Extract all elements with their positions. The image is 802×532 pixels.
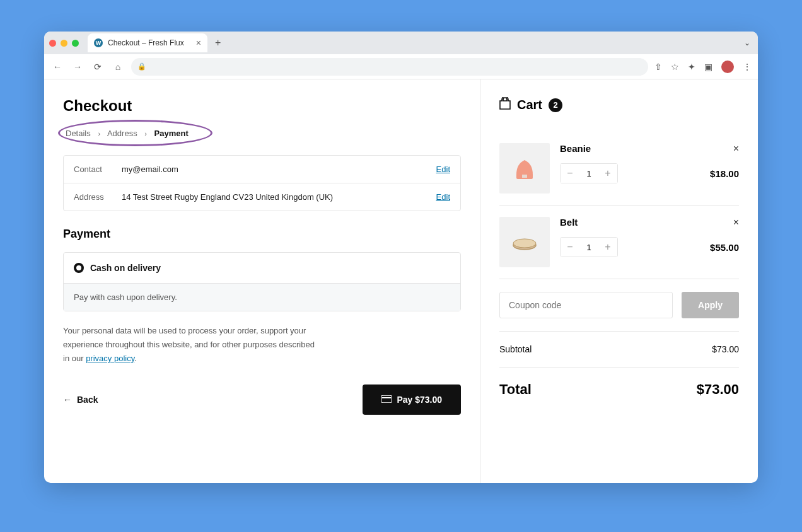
minimize-window-icon[interactable] [61,40,67,47]
coupon-input[interactable] [499,292,673,318]
profile-avatar[interactable] [721,61,734,73]
cart-item: Beanie × − 1 + $18.00 [499,132,739,205]
svg-rect-1 [381,397,392,398]
window-controls [49,40,79,47]
item-name: Beanie [560,143,591,154]
item-price: $18.00 [710,168,739,179]
total-label: Total [499,381,532,398]
address-row: Address 14 Test Street Rugby England CV2… [64,183,460,211]
pay-button[interactable]: Pay $73.00 [363,385,461,415]
increase-qty-button[interactable]: + [598,164,617,183]
checkout-column: Checkout Details › Address › Payment Con… [44,79,480,483]
quantity-stepper: − 1 + [560,237,618,257]
payment-method-name: Cash on delivery [90,263,161,273]
browser-tab[interactable]: W Checkout – Fresh Flux × [88,33,207,52]
qty-value: 1 [579,243,598,252]
remove-item-icon[interactable]: × [733,217,739,228]
home-icon[interactable]: ⌂ [111,62,125,72]
tab-bar: W Checkout – Fresh Flux × + ⌄ [44,32,758,54]
contact-value: my@email.com [122,165,436,174]
cart-count-badge: 2 [549,98,562,112]
arrow-left-icon: ← [63,395,72,405]
cart-column: Cart 2 Beanie × − 1 + [480,79,758,483]
address-label: Address [74,192,122,202]
contact-row: Contact my@email.com Edit [64,156,460,183]
chevron-right-icon: › [144,130,147,137]
breadcrumb: Details › Address › Payment [63,124,207,142]
apply-coupon-button[interactable]: Apply [682,292,739,318]
checkout-actions: ← Back Pay $73.00 [63,385,461,415]
contact-label: Contact [74,165,122,174]
svg-rect-0 [381,395,392,403]
total-row: Total $73.00 [499,367,739,412]
edit-contact-link[interactable]: Edit [436,165,450,174]
breadcrumb-step-details[interactable]: Details [66,129,91,138]
tabs-dropdown-icon[interactable]: ⌄ [744,38,750,47]
order-info-table: Contact my@email.com Edit Address 14 Tes… [63,155,461,211]
svg-point-4 [513,239,536,248]
page-title: Checkout [63,97,461,115]
credit-card-icon [381,395,392,405]
item-name: Belt [560,217,578,228]
menu-icon[interactable]: ⋮ [743,62,752,72]
share-icon[interactable]: ⇧ [654,62,662,72]
extensions-icon[interactable]: ✦ [688,62,695,72]
wordpress-favicon-icon: W [94,38,103,47]
item-price: $55.00 [710,242,739,253]
bookmark-icon[interactable]: ☆ [671,62,679,72]
payment-heading: Payment [63,228,461,241]
shopping-bag-icon [499,97,511,113]
total-value: $73.00 [697,381,739,398]
product-thumbnail [499,143,550,194]
decrease-qty-button[interactable]: − [561,164,579,183]
edit-address-link[interactable]: Edit [436,192,450,202]
lock-icon: 🔒 [137,62,146,71]
subtotal-value: $73.00 [712,344,739,354]
radio-selected-icon[interactable] [74,263,84,273]
cart-item: Belt × − 1 + $55.00 [499,205,739,279]
breadcrumb-step-address[interactable]: Address [107,129,137,138]
cart-title: Cart [517,98,542,112]
browser-toolbar: ← → ⟳ ⌂ 🔒 ⇧ ☆ ✦ ▣ ⋮ [44,54,758,79]
payment-method-description: Pay with cash upon delivery. [64,283,460,311]
subtotal-label: Subtotal [499,344,532,354]
coupon-row: Apply [499,279,739,332]
back-button[interactable]: ← Back [63,395,98,405]
address-value: 14 Test Street Rugby England CV23 United… [122,192,436,202]
page-content: Checkout Details › Address › Payment Con… [44,79,758,483]
decrease-qty-button[interactable]: − [561,238,579,257]
subtotal-row: Subtotal $73.00 [499,332,739,367]
close-tab-icon[interactable]: × [196,38,201,48]
qty-value: 1 [579,169,598,178]
back-nav-icon[interactable]: ← [50,62,64,72]
address-bar[interactable]: 🔒 [131,58,648,76]
back-label: Back [77,395,98,405]
product-thumbnail [499,217,550,267]
zoom-window-icon[interactable] [72,40,79,47]
toolbar-right: ⇧ ☆ ✦ ▣ ⋮ [654,61,752,73]
reload-icon[interactable]: ⟳ [91,62,105,72]
new-tab-button[interactable]: + [211,37,224,49]
cart-header: Cart 2 [499,97,739,113]
forward-nav-icon[interactable]: → [71,62,84,72]
pay-label: Pay $73.00 [397,395,442,405]
panel-icon[interactable]: ▣ [704,62,712,72]
close-window-icon[interactable] [49,40,56,47]
remove-item-icon[interactable]: × [733,143,739,154]
svg-rect-2 [522,175,527,178]
breadcrumb-step-payment: Payment [154,129,189,138]
quantity-stepper: − 1 + [560,163,618,183]
privacy-policy-link[interactable]: privacy policy [86,354,134,363]
increase-qty-button[interactable]: + [598,238,617,257]
chevron-right-icon: › [98,130,100,137]
payment-methods: Cash on delivery Pay with cash upon deli… [63,252,461,311]
privacy-notice: Your personal data will be used to proce… [63,324,315,366]
tab-title: Checkout – Fresh Flux [108,38,184,47]
payment-method-option[interactable]: Cash on delivery [64,253,460,283]
browser-window: W Checkout – Fresh Flux × + ⌄ ← → ⟳ ⌂ 🔒 … [44,32,758,483]
